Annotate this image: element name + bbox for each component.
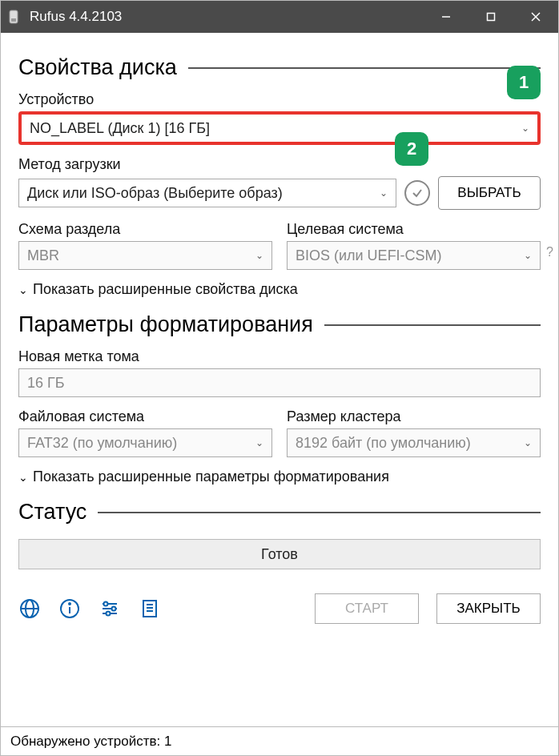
chevron-down-icon: ⌄ <box>524 250 532 261</box>
minimize-button[interactable] <box>424 1 469 33</box>
close-button-label: ЗАКРЫТЬ <box>456 601 520 617</box>
chevron-down-icon: ⌄ <box>255 250 263 261</box>
device-label: Устройство <box>18 91 541 108</box>
advanced-format-toggle[interactable]: ⌄ Показать расширенные параметры формати… <box>18 468 541 485</box>
svg-point-11 <box>69 603 70 605</box>
section-drive-properties: Свойства диска <box>18 55 541 80</box>
select-iso-button[interactable]: ВЫБРАТЬ <box>438 176 541 210</box>
chevron-down-icon: ⌄ <box>524 437 532 448</box>
section-status: Статус <box>18 500 541 525</box>
chevron-down-icon: ⌄ <box>255 437 263 448</box>
advanced-drive-label: Показать расширенные свойства диска <box>33 281 298 298</box>
svg-rect-1 <box>11 18 16 22</box>
partition-scheme-combobox[interactable]: MBR ⌄ <box>18 241 272 270</box>
divider <box>98 512 541 513</box>
section-format-options: Параметры форматирования <box>18 312 541 337</box>
boot-label: Метод загрузки <box>18 156 541 173</box>
advanced-drive-toggle[interactable]: ⌄ Показать расширенные свойства диска <box>18 281 541 298</box>
window-title: Rufus 4.4.2103 <box>30 9 424 25</box>
section-title: Параметры форматирования <box>18 312 313 337</box>
annotation-badge-2: 2 <box>395 132 428 166</box>
divider <box>324 324 541 326</box>
select-button-label: ВЫБРАТЬ <box>457 185 521 201</box>
filesystem-label: Файловая система <box>18 408 272 425</box>
advanced-format-label: Показать расширенные параметры форматиро… <box>33 468 389 485</box>
language-button[interactable] <box>18 597 41 620</box>
device-value: NO_LABEL (Диск 1) [16 ГБ] <box>30 120 210 137</box>
help-hint-icon[interactable]: ? <box>546 245 553 259</box>
device-combobox[interactable]: NO_LABEL (Диск 1) [16 ГБ] ⌄ <box>18 111 541 145</box>
close-button[interactable] <box>513 1 558 33</box>
partition-value: MBR <box>27 247 59 264</box>
status-bar: Обнаружено устройств: 1 <box>1 726 558 755</box>
annotation-badge-1: 1 <box>507 66 541 99</box>
volume-label-input[interactable] <box>18 368 541 397</box>
cluster-label: Размер кластера <box>287 408 541 425</box>
window-controls <box>424 1 558 33</box>
settings-button[interactable] <box>99 597 121 620</box>
svg-point-15 <box>112 607 116 611</box>
app-icon <box>7 9 23 25</box>
chevron-down-icon: ⌄ <box>521 123 529 134</box>
status-progress-bar: Готов <box>18 539 541 569</box>
cluster-size-combobox[interactable]: 8192 байт (по умолчанию) ⌄ <box>287 428 541 457</box>
section-title: Статус <box>18 500 86 525</box>
main-content: Свойства диска Устройство 1 NO_LABEL (Ди… <box>1 33 558 726</box>
status-text: Готов <box>261 546 298 563</box>
divider <box>188 67 541 69</box>
bottom-toolbar: СТАРТ ЗАКРЫТЬ <box>18 593 541 624</box>
target-system-combobox[interactable]: BIOS (или UEFI-CSM) ⌄ <box>287 241 541 270</box>
target-value: BIOS (или UEFI-CSM) <box>296 247 442 264</box>
filesystem-combobox[interactable]: FAT32 (по умолчанию) ⌄ <box>18 428 272 457</box>
close-main-button[interactable]: ЗАКРЫТЬ <box>436 593 541 624</box>
start-button-label: СТАРТ <box>345 601 388 617</box>
volume-label-field[interactable] <box>27 369 532 396</box>
about-button[interactable] <box>58 597 81 620</box>
boot-selection-combobox[interactable]: Диск или ISO-образ (Выберите образ) ⌄ <box>18 179 396 207</box>
partition-label: Схема раздела <box>18 221 272 238</box>
titlebar: Rufus 4.4.2103 <box>1 1 558 33</box>
chevron-down-icon: ⌄ <box>380 187 388 199</box>
cluster-value: 8192 байт (по умолчанию) <box>296 435 471 452</box>
target-label: Целевая система <box>287 221 541 238</box>
chevron-down-icon: ⌄ <box>18 284 28 296</box>
svg-rect-3 <box>488 14 495 21</box>
boot-value: Диск или ISO-образ (Выберите образ) <box>27 185 283 202</box>
svg-point-13 <box>104 602 108 606</box>
start-button[interactable]: СТАРТ <box>315 593 419 624</box>
verify-iso-button[interactable] <box>404 180 430 206</box>
log-button[interactable] <box>139 597 161 620</box>
svg-point-17 <box>107 612 111 616</box>
chevron-down-icon: ⌄ <box>18 471 28 484</box>
filesystem-value: FAT32 (по умолчанию) <box>27 435 177 452</box>
section-title: Свойства диска <box>18 55 177 80</box>
devices-found-text: Обнаружено устройств: 1 <box>10 734 171 750</box>
maximize-button[interactable] <box>469 1 513 33</box>
volume-label-label: Новая метка тома <box>18 348 541 365</box>
